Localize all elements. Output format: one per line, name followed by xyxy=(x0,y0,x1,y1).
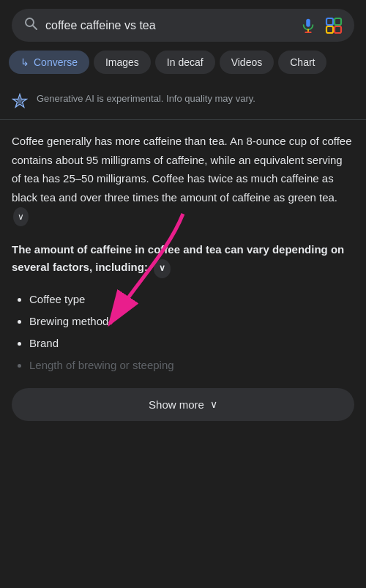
answer-p1-text: Coffee generally has more caffeine than … xyxy=(12,135,352,204)
tab-indecaf-label: In decaf xyxy=(167,56,203,68)
tab-converse-label: Converse xyxy=(34,56,78,68)
search-query[interactable]: coffee caffeine vs tea xyxy=(45,19,293,32)
svg-rect-5 xyxy=(326,18,333,25)
svg-rect-2 xyxy=(306,18,310,26)
ai-sparkle-icon xyxy=(12,93,28,109)
list-item-brewing-method: Brewing method xyxy=(29,310,354,332)
search-icon xyxy=(23,16,38,34)
list-item-length: Length of brewing or steeping xyxy=(29,354,354,376)
svg-rect-8 xyxy=(335,26,341,33)
list-item-brand: Brand xyxy=(29,332,354,354)
answer-paragraph-2: The amount of caffeine in coffee and tea… xyxy=(12,241,354,278)
ai-notice: Generative AI is experimental. Info qual… xyxy=(0,81,366,120)
tab-images-label: Images xyxy=(105,56,139,68)
ai-notice-text: Generative AI is experimental. Info qual… xyxy=(37,92,255,106)
converse-arrow-icon: ↳ xyxy=(20,56,29,68)
tab-chart-label: Chart xyxy=(290,56,315,68)
svg-rect-7 xyxy=(326,26,333,33)
svg-rect-6 xyxy=(335,18,341,25)
answer-paragraph-1: Coffee generally has more caffeine than … xyxy=(12,132,354,226)
page-wrapper: coffee caffeine vs tea ↳ Converse xyxy=(0,9,366,588)
lens-icon[interactable] xyxy=(325,17,343,34)
tab-converse[interactable]: ↳ Converse xyxy=(9,51,89,74)
tab-images[interactable]: Images xyxy=(94,51,151,74)
tab-videos[interactable]: Videos xyxy=(220,51,274,74)
mic-icon[interactable] xyxy=(300,18,316,34)
tab-indecaf[interactable]: In decaf xyxy=(155,51,215,74)
search-bar: coffee caffeine vs tea xyxy=(12,9,354,42)
show-more-label: Show more xyxy=(149,398,204,411)
chevron-down-icon: ∨ xyxy=(210,398,217,410)
main-content: Coffee generally has more caffeine than … xyxy=(0,120,366,376)
list-item-coffee-type: Coffee type xyxy=(29,289,354,310)
svg-line-1 xyxy=(33,26,37,30)
answer-p2-text: The amount of caffeine in coffee and tea… xyxy=(12,243,344,273)
show-more-button[interactable]: Show more ∨ xyxy=(12,388,354,421)
bullet-list: Coffee type Brewing method Brand Length … xyxy=(12,289,354,376)
search-actions xyxy=(300,17,343,34)
tab-bar: ↳ Converse Images In decaf Videos Chart xyxy=(0,51,366,81)
expand-button-2[interactable]: ∨ xyxy=(154,259,171,278)
expand-button-1[interactable]: ∨ xyxy=(13,207,29,226)
tab-videos-label: Videos xyxy=(231,56,263,68)
tab-chart[interactable]: Chart xyxy=(278,51,326,74)
